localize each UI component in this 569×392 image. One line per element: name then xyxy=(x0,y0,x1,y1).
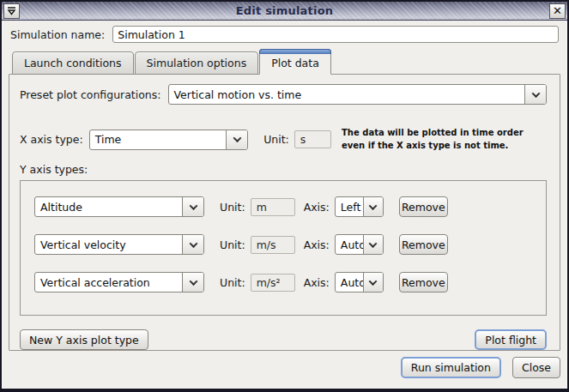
y-unit-field: m/s xyxy=(251,236,295,254)
run-simulation-button[interactable]: Run simulation xyxy=(401,357,501,378)
simulation-name-row: Simulation name: xyxy=(10,26,559,43)
remove-button[interactable]: Remove xyxy=(399,272,448,292)
preset-label: Preset plot configurations: xyxy=(20,88,161,101)
chevron-down-icon[interactable] xyxy=(182,273,203,292)
axis-combobox[interactable]: Auto xyxy=(335,234,384,255)
y-type-combobox[interactable]: Vertical acceleration xyxy=(34,272,204,292)
new-y-axis-plot-type-button[interactable]: New Y axis plot type xyxy=(20,329,148,350)
tab-launch-conditions[interactable]: Launch conditions xyxy=(12,51,134,75)
simulation-name-input[interactable] xyxy=(112,26,559,43)
y-type-combobox[interactable]: Altitude xyxy=(34,196,204,217)
axis-value: Auto xyxy=(336,235,363,254)
chevron-down-icon[interactable] xyxy=(363,273,383,292)
chevron-down-icon[interactable] xyxy=(524,85,546,104)
axis-combobox[interactable]: Auto xyxy=(335,272,384,292)
axis-label: Axis: xyxy=(304,201,330,214)
chevron-down-icon[interactable] xyxy=(363,235,383,254)
axis-label: Axis: xyxy=(304,276,330,289)
remove-button[interactable]: Remove xyxy=(399,234,448,255)
close-icon: ✕ xyxy=(553,5,562,16)
remove-button[interactable]: Remove xyxy=(399,196,448,217)
x-axis-row: X axis type: Time Unit: s The data will … xyxy=(20,127,547,152)
close-button[interactable]: ✕ xyxy=(549,3,566,19)
tab-simulation-options[interactable]: Simulation options xyxy=(135,51,259,75)
x-axis-type-combobox[interactable]: Time xyxy=(89,130,248,150)
title-bar[interactable]: Edit simulation ✕ xyxy=(2,2,567,21)
chevron-down-icon[interactable] xyxy=(363,197,383,216)
y-unit-label: Unit: xyxy=(220,201,245,214)
simulation-name-label: Simulation name: xyxy=(10,28,105,41)
window-menu-icon xyxy=(6,5,17,16)
window-title: Edit simulation xyxy=(20,4,549,17)
edit-simulation-dialog: Edit simulation ✕ Simulation name: Launc… xyxy=(0,0,569,392)
tab-bar: Launch conditions Simulation options Plo… xyxy=(9,49,560,75)
axis-label: Axis: xyxy=(304,238,330,251)
x-unit-label: Unit: xyxy=(263,133,289,146)
close-dialog-button[interactable]: Close xyxy=(512,357,560,378)
tab-label: Plot data xyxy=(271,57,319,69)
panel-bottom-row: New Y axis plot type Plot flight xyxy=(20,329,547,350)
y-axis-groupbox: Altitude Unit: m Axis: Left Remove Verti… xyxy=(20,180,547,316)
x-axis-label: X axis type: xyxy=(20,133,83,146)
tab-label: Simulation options xyxy=(147,57,247,69)
tab-label: Launch conditions xyxy=(24,57,122,69)
window-menu-button[interactable] xyxy=(3,3,20,19)
y-unit-label: Unit: xyxy=(220,238,245,251)
preset-combobox[interactable]: Vertical motion vs. time xyxy=(168,84,547,105)
y-type-value: Vertical acceleration xyxy=(35,273,182,292)
y-type-value: Altitude xyxy=(35,197,182,216)
y-unit-field: m xyxy=(251,198,295,216)
axis-value: Left xyxy=(336,197,363,216)
plot-flight-button[interactable]: Plot flight xyxy=(475,329,547,350)
y-type-combobox[interactable]: Vertical velocity xyxy=(34,234,204,255)
preset-value: Vertical motion vs. time xyxy=(169,85,524,104)
y-unit-label: Unit: xyxy=(220,276,245,289)
dialog-footer: Run simulation Close xyxy=(9,351,560,389)
axis-combobox[interactable]: Left xyxy=(335,196,384,217)
y-axis-row: Vertical acceleration Unit: m/s² Axis: A… xyxy=(34,272,546,292)
y-axis-row: Vertical velocity Unit: m/s Axis: Auto R… xyxy=(34,234,546,255)
plot-data-panel: Preset plot configurations: Vertical mot… xyxy=(9,74,560,351)
y-axis-types-label: Y axis types: xyxy=(20,163,547,176)
time-order-note: The data will be plotted in time order e… xyxy=(342,127,547,152)
x-unit-field: s xyxy=(294,130,331,148)
dialog-body: Simulation name: Launch conditions Simul… xyxy=(2,21,567,389)
y-unit-field: m/s² xyxy=(251,274,295,292)
axis-value: Auto xyxy=(336,273,363,292)
y-type-value: Vertical velocity xyxy=(35,235,182,254)
tab-plot-data[interactable]: Plot data xyxy=(259,49,331,75)
x-axis-value: Time xyxy=(90,130,226,149)
y-axis-row: Altitude Unit: m Axis: Left Remove xyxy=(34,196,546,217)
chevron-down-icon[interactable] xyxy=(182,197,203,216)
preset-row: Preset plot configurations: Vertical mot… xyxy=(20,84,547,105)
chevron-down-icon[interactable] xyxy=(226,130,247,149)
chevron-down-icon[interactable] xyxy=(182,235,203,254)
